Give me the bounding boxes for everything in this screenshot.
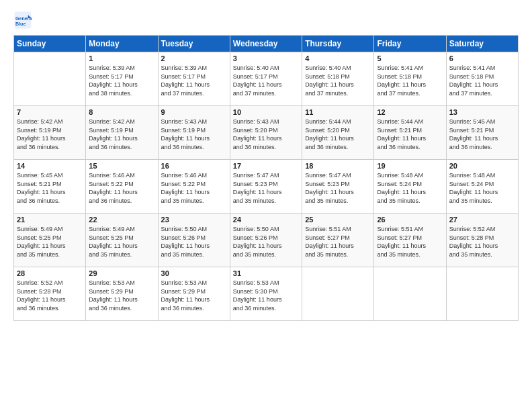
- day-number: 27: [449, 216, 515, 224]
- day-number: 29: [89, 269, 154, 277]
- calendar-header-cell: Friday: [374, 36, 446, 52]
- day-number: 13: [449, 108, 515, 116]
- day-info: Sunrise: 5:45 AM Sunset: 5:21 PM Dayligh…: [17, 171, 83, 205]
- calendar-week-row: 28Sunrise: 5:52 AM Sunset: 5:28 PM Dayli…: [14, 267, 519, 321]
- calendar-week-row: 14Sunrise: 5:45 AM Sunset: 5:21 PM Dayli…: [14, 160, 519, 214]
- day-info: Sunrise: 5:51 AM Sunset: 5:27 PM Dayligh…: [305, 225, 371, 259]
- day-info: Sunrise: 5:42 AM Sunset: 5:19 PM Dayligh…: [17, 118, 83, 151]
- calendar-table: SundayMondayTuesdayWednesdayThursdayFrid…: [13, 35, 519, 321]
- day-number: 10: [233, 108, 299, 116]
- calendar-header-cell: Saturday: [446, 36, 518, 52]
- day-info: Sunrise: 5:52 AM Sunset: 5:28 PM Dayligh…: [449, 225, 515, 259]
- calendar-day-cell: 17Sunrise: 5:47 AM Sunset: 5:23 PM Dayli…: [230, 160, 302, 214]
- day-info: Sunrise: 5:39 AM Sunset: 5:17 PM Dayligh…: [89, 64, 154, 97]
- calendar-header-cell: Wednesday: [230, 36, 302, 52]
- calendar-day-cell: [14, 52, 86, 106]
- calendar-day-cell: 15Sunrise: 5:46 AM Sunset: 5:22 PM Dayli…: [86, 160, 158, 214]
- day-info: Sunrise: 5:50 AM Sunset: 5:26 PM Dayligh…: [161, 225, 227, 259]
- day-number: 16: [161, 162, 227, 170]
- day-number: 25: [305, 216, 371, 224]
- calendar-day-cell: 4Sunrise: 5:40 AM Sunset: 5:18 PM Daylig…: [302, 52, 374, 106]
- day-number: 17: [233, 162, 299, 170]
- day-number: 28: [17, 269, 83, 277]
- day-info: Sunrise: 5:43 AM Sunset: 5:19 PM Dayligh…: [161, 118, 227, 151]
- day-number: 11: [305, 108, 371, 116]
- day-info: Sunrise: 5:46 AM Sunset: 5:22 PM Dayligh…: [161, 171, 227, 205]
- calendar-day-cell: [374, 267, 446, 321]
- calendar-header-cell: Sunday: [14, 36, 86, 52]
- day-info: Sunrise: 5:52 AM Sunset: 5:28 PM Dayligh…: [17, 279, 83, 312]
- day-info: Sunrise: 5:48 AM Sunset: 5:24 PM Dayligh…: [377, 171, 443, 205]
- calendar-day-cell: 2Sunrise: 5:39 AM Sunset: 5:17 PM Daylig…: [158, 52, 230, 106]
- day-number: 21: [17, 216, 83, 224]
- day-number: 1: [89, 54, 154, 62]
- day-info: Sunrise: 5:45 AM Sunset: 5:21 PM Dayligh…: [449, 118, 515, 151]
- day-number: 2: [161, 54, 227, 62]
- day-info: Sunrise: 5:43 AM Sunset: 5:20 PM Dayligh…: [233, 118, 299, 151]
- calendar-day-cell: 21Sunrise: 5:49 AM Sunset: 5:25 PM Dayli…: [14, 214, 86, 267]
- calendar-day-cell: 25Sunrise: 5:51 AM Sunset: 5:27 PM Dayli…: [302, 214, 374, 267]
- day-number: 23: [161, 216, 227, 224]
- svg-text:Blue: Blue: [15, 21, 26, 26]
- day-number: 7: [17, 108, 83, 116]
- calendar-week-row: 21Sunrise: 5:49 AM Sunset: 5:25 PM Dayli…: [14, 214, 519, 267]
- day-info: Sunrise: 5:40 AM Sunset: 5:18 PM Dayligh…: [305, 64, 371, 97]
- day-info: Sunrise: 5:41 AM Sunset: 5:18 PM Dayligh…: [377, 64, 443, 97]
- day-info: Sunrise: 5:53 AM Sunset: 5:30 PM Dayligh…: [233, 279, 299, 312]
- day-number: 20: [449, 162, 515, 170]
- calendar-day-cell: 7Sunrise: 5:42 AM Sunset: 5:19 PM Daylig…: [14, 106, 86, 160]
- calendar-day-cell: 10Sunrise: 5:43 AM Sunset: 5:20 PM Dayli…: [230, 106, 302, 160]
- day-info: Sunrise: 5:48 AM Sunset: 5:24 PM Dayligh…: [449, 171, 515, 205]
- calendar-day-cell: 30Sunrise: 5:53 AM Sunset: 5:29 PM Dayli…: [158, 267, 230, 321]
- day-number: 9: [161, 108, 227, 116]
- calendar-week-row: 1Sunrise: 5:39 AM Sunset: 5:17 PM Daylig…: [14, 52, 519, 106]
- day-number: 12: [377, 108, 443, 116]
- day-number: 3: [233, 54, 299, 62]
- day-number: 4: [305, 54, 371, 62]
- calendar-day-cell: 31Sunrise: 5:53 AM Sunset: 5:30 PM Dayli…: [230, 267, 302, 321]
- day-number: 24: [233, 216, 299, 224]
- calendar-day-cell: 1Sunrise: 5:39 AM Sunset: 5:17 PM Daylig…: [86, 52, 158, 106]
- day-info: Sunrise: 5:50 AM Sunset: 5:26 PM Dayligh…: [233, 225, 299, 259]
- day-number: 19: [377, 162, 443, 170]
- calendar-header-row: SundayMondayTuesdayWednesdayThursdayFrid…: [14, 36, 519, 52]
- calendar-day-cell: 26Sunrise: 5:51 AM Sunset: 5:27 PM Dayli…: [374, 214, 446, 267]
- logo-icon: General Blue: [13, 11, 32, 30]
- day-info: Sunrise: 5:42 AM Sunset: 5:19 PM Dayligh…: [89, 118, 154, 151]
- calendar-day-cell: [446, 267, 518, 321]
- day-number: 26: [377, 216, 443, 224]
- calendar-day-cell: 8Sunrise: 5:42 AM Sunset: 5:19 PM Daylig…: [86, 106, 158, 160]
- page: General Blue SundayMondayTuesdayWednesda…: [0, 0, 532, 328]
- day-info: Sunrise: 5:49 AM Sunset: 5:25 PM Dayligh…: [17, 225, 83, 259]
- day-info: Sunrise: 5:53 AM Sunset: 5:29 PM Dayligh…: [89, 279, 154, 312]
- calendar-day-cell: 9Sunrise: 5:43 AM Sunset: 5:19 PM Daylig…: [158, 106, 230, 160]
- day-info: Sunrise: 5:41 AM Sunset: 5:18 PM Dayligh…: [449, 64, 515, 97]
- calendar-day-cell: 19Sunrise: 5:48 AM Sunset: 5:24 PM Dayli…: [374, 160, 446, 214]
- calendar-header-cell: Thursday: [302, 36, 374, 52]
- calendar-day-cell: 20Sunrise: 5:48 AM Sunset: 5:24 PM Dayli…: [446, 160, 518, 214]
- day-number: 18: [305, 162, 371, 170]
- day-number: 6: [449, 54, 515, 62]
- calendar-day-cell: 23Sunrise: 5:50 AM Sunset: 5:26 PM Dayli…: [158, 214, 230, 267]
- calendar-header-cell: Tuesday: [158, 36, 230, 52]
- day-info: Sunrise: 5:44 AM Sunset: 5:20 PM Dayligh…: [305, 118, 371, 151]
- calendar-day-cell: 6Sunrise: 5:41 AM Sunset: 5:18 PM Daylig…: [446, 52, 518, 106]
- day-number: 15: [89, 162, 154, 170]
- day-number: 22: [89, 216, 154, 224]
- calendar-day-cell: 24Sunrise: 5:50 AM Sunset: 5:26 PM Dayli…: [230, 214, 302, 267]
- calendar-day-cell: [302, 267, 374, 321]
- calendar-body: 1Sunrise: 5:39 AM Sunset: 5:17 PM Daylig…: [14, 52, 519, 321]
- day-info: Sunrise: 5:51 AM Sunset: 5:27 PM Dayligh…: [377, 225, 443, 259]
- calendar-day-cell: 14Sunrise: 5:45 AM Sunset: 5:21 PM Dayli…: [14, 160, 86, 214]
- calendar-day-cell: 28Sunrise: 5:52 AM Sunset: 5:28 PM Dayli…: [14, 267, 86, 321]
- calendar-day-cell: 16Sunrise: 5:46 AM Sunset: 5:22 PM Dayli…: [158, 160, 230, 214]
- day-info: Sunrise: 5:53 AM Sunset: 5:29 PM Dayligh…: [161, 279, 227, 312]
- calendar-day-cell: 13Sunrise: 5:45 AM Sunset: 5:21 PM Dayli…: [446, 106, 518, 160]
- day-info: Sunrise: 5:44 AM Sunset: 5:21 PM Dayligh…: [377, 118, 443, 151]
- calendar-day-cell: 3Sunrise: 5:40 AM Sunset: 5:17 PM Daylig…: [230, 52, 302, 106]
- calendar-day-cell: 18Sunrise: 5:47 AM Sunset: 5:23 PM Dayli…: [302, 160, 374, 214]
- day-number: 30: [161, 269, 227, 277]
- header: General Blue: [13, 11, 519, 30]
- day-number: 14: [17, 162, 83, 170]
- day-info: Sunrise: 5:47 AM Sunset: 5:23 PM Dayligh…: [305, 171, 371, 205]
